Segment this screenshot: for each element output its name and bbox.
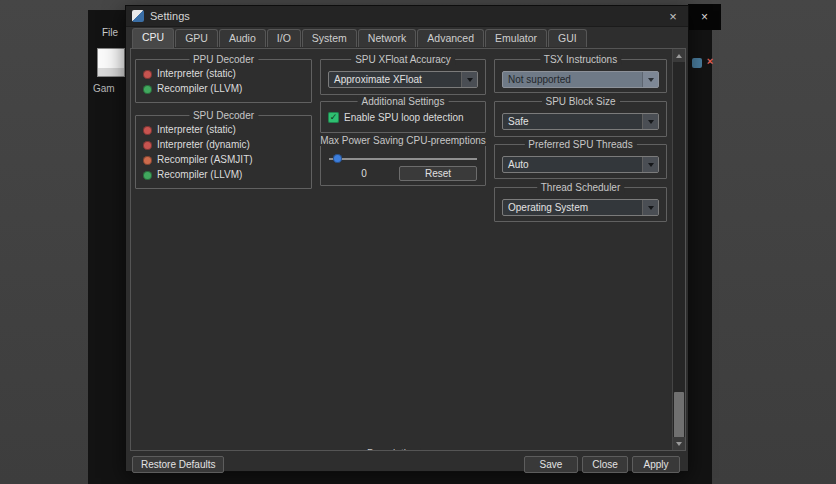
tab-gui[interactable]: GUI	[548, 29, 587, 47]
close-button[interactable]: Close	[582, 456, 628, 473]
radio-option-spu-interpreter-static[interactable]: Interpreter (static)	[143, 125, 311, 135]
background-toolbar-icon	[692, 58, 702, 68]
radio-indicator	[143, 126, 152, 135]
desktop: File Gam × × Settings × CPU GPU Audio I/…	[0, 0, 836, 484]
dropdown-value: Operating System	[503, 200, 642, 215]
radio-option-spu-recompiler-asmjit[interactable]: Recompiler (ASMJIT)	[143, 155, 311, 165]
tab-gpu[interactable]: GPU	[175, 29, 218, 47]
group-title: SPU Block Size	[541, 96, 619, 107]
apply-button[interactable]: Apply	[632, 456, 680, 473]
dropdown-value: Safe	[503, 114, 642, 129]
radio-option-spu-interpreter-dynamic[interactable]: Interpreter (dynamic)	[143, 140, 311, 150]
background-window-titlebar: ×	[688, 4, 721, 30]
preferred-spu-threads-dropdown[interactable]: Auto	[502, 156, 659, 173]
group-title: TSX Instructions	[540, 54, 621, 65]
radio-indicator	[143, 171, 152, 180]
dialog-close-button[interactable]: ×	[664, 9, 682, 24]
checkbox-label: Enable SPU loop detection	[344, 112, 464, 123]
background-close-icon[interactable]: ×	[704, 55, 716, 68]
additional-settings-group: Additional Settings ✓ Enable SPU loop de…	[320, 101, 486, 133]
group-title: Additional Settings	[358, 96, 449, 107]
tab-advanced[interactable]: Advanced	[417, 29, 484, 47]
dropdown-value: Not supported	[503, 72, 642, 87]
scroll-up-icon[interactable]	[673, 49, 685, 62]
chevron-down-icon	[642, 114, 658, 129]
dialog-titlebar[interactable]: Settings ×	[126, 6, 688, 27]
radio-label: Recompiler (ASMJIT)	[157, 155, 253, 165]
preemptions-controls: 0 Reset	[329, 166, 477, 181]
radio-label: Interpreter (static)	[157, 125, 236, 135]
scrollbar-thumb[interactable]	[674, 392, 684, 439]
background-file-menu[interactable]: File	[102, 27, 118, 38]
tab-io[interactable]: I/O	[267, 29, 301, 47]
thread-scheduler-dropdown[interactable]: Operating System	[502, 199, 659, 216]
dropdown-value: Auto	[503, 157, 642, 172]
tab-emulator[interactable]: Emulator	[485, 29, 547, 47]
save-button[interactable]: Save	[524, 456, 578, 473]
group-title: PPU Decoder	[189, 54, 258, 65]
radio-option-ppu-recompiler-llvm[interactable]: Recompiler (LLVM)	[143, 84, 311, 94]
radio-indicator	[143, 141, 152, 150]
tab-network[interactable]: Network	[358, 29, 417, 47]
spu-block-size-dropdown[interactable]: Safe	[502, 113, 659, 130]
cpu-preemptions-group: Max Power Saving CPU-preemptions 0 Reset	[320, 140, 486, 186]
settings-dialog: Settings × CPU GPU Audio I/O System Netw…	[125, 5, 689, 472]
group-title: SPU XFloat Accuracy	[351, 54, 455, 65]
chevron-down-icon	[461, 72, 477, 87]
tab-system[interactable]: System	[302, 29, 357, 47]
preemptions-value: 0	[329, 168, 399, 179]
checkbox-indicator: ✓	[328, 112, 339, 123]
spu-xfloat-accuracy-group: SPU XFloat Accuracy Approximate XFloat	[320, 59, 486, 95]
preferred-spu-threads-group: Preferred SPU Threads Auto	[494, 144, 667, 179]
background-close-button[interactable]: ×	[701, 11, 708, 23]
radio-option-ppu-interpreter-static[interactable]: Interpreter (static)	[143, 69, 311, 79]
group-title: Max Power Saving CPU-preemptions	[316, 135, 490, 146]
group-title: Preferred SPU Threads	[524, 139, 636, 150]
radio-indicator	[143, 156, 152, 165]
cpu-settings-pane: PPU Decoder Interpreter (static) Recompi…	[130, 48, 686, 451]
restore-defaults-button[interactable]: Restore Defaults	[132, 456, 224, 473]
preemptions-slider-track	[329, 158, 477, 160]
chevron-down-icon	[642, 72, 658, 87]
dialog-title: Settings	[150, 10, 190, 22]
reset-button[interactable]: Reset	[399, 166, 477, 181]
radio-indicator	[143, 70, 152, 79]
thread-scheduler-group: Thread Scheduler Operating System	[494, 187, 667, 222]
spu-xfloat-accuracy-dropdown[interactable]: Approximate XFloat	[328, 71, 478, 88]
tsx-instructions-group: TSX Instructions Not supported	[494, 59, 667, 93]
tab-audio[interactable]: Audio	[219, 29, 266, 47]
radio-label: Recompiler (LLVM)	[157, 170, 242, 180]
group-title: Description	[363, 448, 421, 451]
spu-block-size-group: SPU Block Size Safe	[494, 101, 667, 137]
spu-loop-detection-checkbox[interactable]: ✓ Enable SPU loop detection	[328, 112, 464, 123]
dropdown-value: Approximate XFloat	[329, 72, 461, 87]
rpcs3-logo-icon	[132, 10, 144, 22]
preemptions-slider-handle[interactable]	[333, 154, 342, 163]
background-partial-label: Gam	[93, 83, 115, 94]
ppu-decoder-group: PPU Decoder Interpreter (static) Recompi…	[135, 59, 312, 103]
chevron-down-icon	[642, 157, 658, 172]
scroll-down-icon[interactable]	[673, 437, 685, 450]
spu-decoder-group: SPU Decoder Interpreter (static) Interpr…	[135, 115, 312, 189]
tab-cpu[interactable]: CPU	[132, 28, 174, 48]
tsx-instructions-dropdown: Not supported	[502, 71, 659, 88]
tab-bar: CPU GPU Audio I/O System Network Advance…	[126, 27, 688, 47]
group-title: Thread Scheduler	[537, 182, 625, 193]
group-title: SPU Decoder	[189, 110, 258, 121]
chevron-down-icon	[642, 200, 658, 215]
radio-label: Interpreter (dynamic)	[157, 140, 250, 150]
background-game-thumbnail	[97, 48, 125, 77]
radio-label: Interpreter (static)	[157, 69, 236, 79]
radio-option-spu-recompiler-llvm[interactable]: Recompiler (LLVM)	[143, 170, 311, 180]
radio-label: Recompiler (LLVM)	[157, 84, 242, 94]
radio-indicator	[143, 85, 152, 94]
vertical-scrollbar[interactable]	[672, 49, 685, 450]
